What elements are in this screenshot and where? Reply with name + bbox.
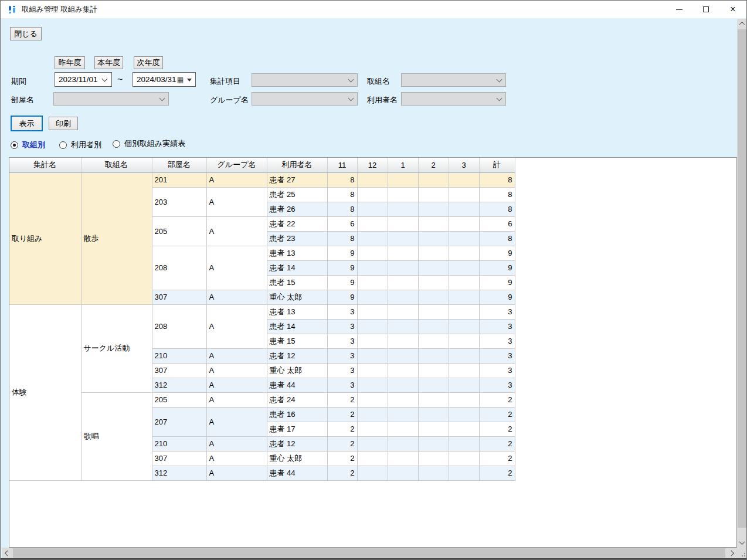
month-cell[interactable] [357,422,388,436]
month-cell[interactable] [449,436,479,451]
view-mode-by-initiative[interactable]: 取組別 [11,140,45,150]
month-cell[interactable] [357,451,388,466]
month-cell[interactable] [357,378,388,392]
month-cell[interactable] [388,304,418,319]
month-cell[interactable] [418,216,449,231]
user-cell[interactable]: 患者 23 [267,231,327,246]
month-cell[interactable] [357,348,388,363]
month-cell[interactable]: 9 [327,290,357,304]
month-cell[interactable] [418,172,449,187]
month-cell[interactable]: 8 [327,187,357,202]
resize-grip[interactable] [739,551,745,556]
summary-cell[interactable]: 体験 [9,304,81,480]
month-cell[interactable] [449,363,479,378]
total-cell[interactable]: 9 [479,260,515,275]
table-row[interactable]: 体験サークル活動208A患者 1333 [9,304,515,319]
initiative-cell[interactable]: 散歩 [81,172,152,304]
month-cell[interactable] [418,466,449,480]
room-cell[interactable]: 210 [152,348,206,363]
total-cell[interactable]: 2 [479,436,515,451]
room-dropdown[interactable] [53,92,169,106]
month-cell[interactable] [388,216,418,231]
this-year-button[interactable]: 本年度 [94,56,123,69]
col-header-summary[interactable]: 集計名 [9,158,81,172]
maximize-button[interactable] [692,1,719,18]
total-cell[interactable]: 9 [479,275,515,290]
month-cell[interactable] [388,202,418,216]
room-cell[interactable]: 207 [152,407,206,436]
room-cell[interactable]: 205 [152,216,206,246]
user-cell[interactable]: 患者 26 [267,202,327,216]
month-cell[interactable] [388,231,418,246]
total-cell[interactable]: 8 [479,172,515,187]
col-header-group[interactable]: グループ名 [206,158,267,172]
month-cell[interactable] [449,304,479,319]
show-button[interactable]: 表示 [11,116,43,131]
month-cell[interactable] [357,290,388,304]
month-cell[interactable] [388,319,418,334]
month-cell[interactable]: 8 [327,172,357,187]
month-cell[interactable]: 2 [327,436,357,451]
month-cell[interactable] [449,290,479,304]
month-cell[interactable] [418,363,449,378]
month-cell[interactable] [388,348,418,363]
total-cell[interactable]: 9 [479,290,515,304]
total-cell[interactable]: 8 [479,231,515,246]
scroll-down-button[interactable] [737,538,747,548]
total-cell[interactable]: 8 [479,202,515,216]
month-cell[interactable] [388,451,418,466]
period-from-combo[interactable]: 2023/11/01 [55,72,112,87]
month-cell[interactable] [418,436,449,451]
month-cell[interactable] [418,260,449,275]
total-cell[interactable]: 3 [479,378,515,392]
group-cell[interactable]: A [206,216,267,246]
room-cell[interactable]: 312 [152,466,206,480]
table-row[interactable]: 歌唱205A患者 2422 [9,392,515,407]
month-cell[interactable]: 3 [327,304,357,319]
user-cell[interactable]: 患者 13 [267,246,327,260]
month-cell[interactable] [357,466,388,480]
month-cell[interactable] [449,202,479,216]
month-cell[interactable]: 3 [327,378,357,392]
close-window-button[interactable]: × [719,1,746,18]
month-cell[interactable] [449,260,479,275]
room-cell[interactable]: 201 [152,172,206,187]
month-cell[interactable]: 2 [327,451,357,466]
total-cell[interactable]: 3 [479,319,515,334]
month-cell[interactable] [357,275,388,290]
room-cell[interactable]: 203 [152,187,206,216]
group-cell[interactable]: A [206,290,267,304]
month-cell[interactable] [388,378,418,392]
scroll-right-button[interactable] [727,548,737,558]
month-cell[interactable]: 6 [327,216,357,231]
view-mode-individual-report[interactable]: 個別取組み実績表 [113,138,185,149]
total-cell[interactable]: 3 [479,348,515,363]
user-cell[interactable]: 患者 12 [267,348,327,363]
month-cell[interactable] [418,246,449,260]
user-cell[interactable]: 患者 12 [267,436,327,451]
month-cell[interactable] [388,246,418,260]
total-cell[interactable]: 8 [479,187,515,202]
month-cell[interactable] [418,392,449,407]
group-cell[interactable]: A [206,246,267,290]
close-form-button[interactable]: 閉じる [10,27,42,40]
month-cell[interactable] [388,436,418,451]
month-cell[interactable] [449,422,479,436]
month-cell[interactable]: 2 [327,466,357,480]
month-cell[interactable] [357,216,388,231]
user-cell[interactable]: 患者 14 [267,260,327,275]
total-cell[interactable]: 3 [479,363,515,378]
scroll-up-button[interactable] [737,19,747,29]
user-cell[interactable]: 患者 44 [267,378,327,392]
month-cell[interactable] [449,187,479,202]
col-header-month-11[interactable]: 11 [327,158,357,172]
month-cell[interactable] [418,378,449,392]
col-header-initiative[interactable]: 取組名 [81,158,152,172]
scroll-left-button[interactable] [2,548,12,558]
user-cell[interactable]: 重心 太郎 [267,363,327,378]
col-header-month-12[interactable]: 12 [357,158,388,172]
month-cell[interactable] [449,172,479,187]
month-cell[interactable]: 3 [327,334,357,348]
month-cell[interactable]: 2 [327,407,357,422]
room-cell[interactable]: 312 [152,378,206,392]
